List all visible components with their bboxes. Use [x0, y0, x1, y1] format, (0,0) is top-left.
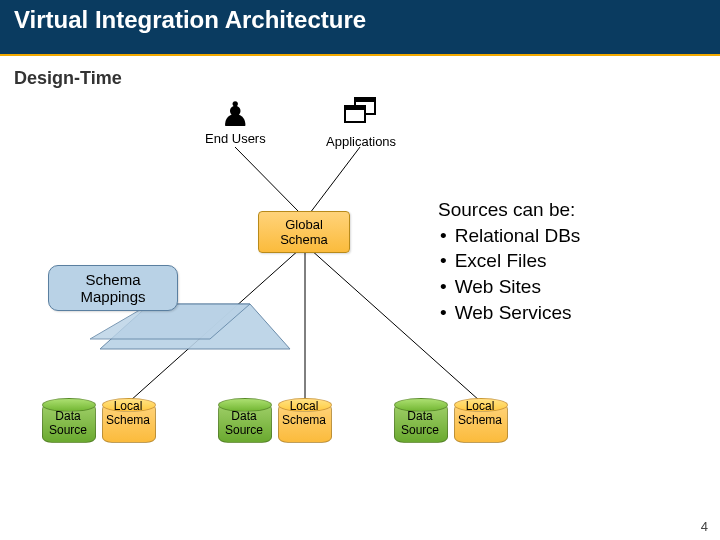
windows-icon — [342, 97, 380, 127]
slide-title: Virtual Integration Architecture — [14, 6, 366, 33]
sources-list: Relational DBs Excel Files Web Sites Web… — [438, 223, 580, 326]
source-item: Relational DBs — [438, 223, 580, 249]
local-schema-label: Local Schema — [98, 399, 158, 427]
diagram-area: ♟ End Users Applications Global Schema S… — [0, 89, 720, 509]
source-item: Excel Files — [438, 248, 580, 274]
local-schema-label: Local Schema — [274, 399, 334, 427]
svg-line-1 — [310, 147, 360, 213]
schema-mappings-callout: Schema Mappings — [48, 265, 178, 311]
svg-line-0 — [235, 147, 300, 213]
data-source-label: Data Source — [214, 409, 274, 437]
slide-number: 4 — [701, 519, 708, 534]
source-item: Web Sites — [438, 274, 580, 300]
source-item: Web Services — [438, 300, 580, 326]
sources-block: Sources can be: Relational DBs Excel Fil… — [438, 197, 580, 325]
person-icon: ♟ — [205, 97, 266, 131]
subtitle: Design-Time — [14, 68, 706, 89]
end-users-node: ♟ End Users — [205, 97, 266, 146]
sources-heading: Sources can be: — [438, 197, 580, 223]
end-users-label: End Users — [205, 131, 266, 146]
data-source-label: Data Source — [390, 409, 450, 437]
local-schema-label: Local Schema — [450, 399, 510, 427]
data-source-label: Data Source — [38, 409, 98, 437]
title-bar: Virtual Integration Architecture — [0, 0, 720, 56]
applications-node: Applications — [326, 97, 396, 149]
applications-label: Applications — [326, 134, 396, 149]
global-schema-box: Global Schema — [258, 211, 350, 253]
